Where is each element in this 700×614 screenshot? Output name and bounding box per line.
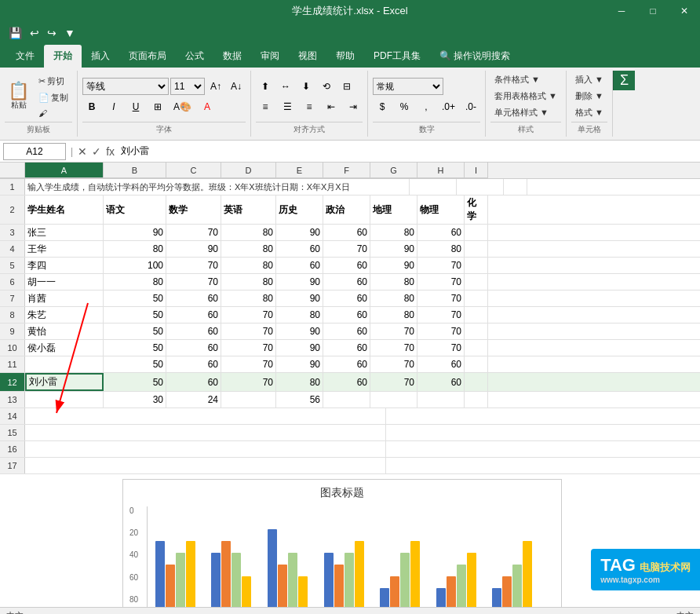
cell-H2[interactable]: 物理	[417, 196, 465, 224]
insert-cell-btn[interactable]: 插入 ▼	[571, 72, 607, 87]
align-middle-btn[interactable]: ↔	[276, 78, 295, 95]
cell-F3[interactable]: 60	[323, 225, 370, 240]
cell-C6[interactable]: 70	[166, 274, 221, 290]
comma-btn[interactable]: ,	[417, 98, 436, 115]
cell-reference-input[interactable]	[3, 143, 66, 160]
cell-A7[interactable]: 肖茜	[25, 291, 104, 306]
align-center-btn[interactable]: ☰	[278, 98, 297, 115]
cell-H13[interactable]	[417, 392, 465, 408]
sigma-button[interactable]: Σ	[613, 71, 635, 90]
cell-G3[interactable]: 80	[370, 225, 417, 240]
cell-G8[interactable]: 80	[370, 307, 417, 323]
tab-view[interactable]: 视图	[289, 45, 326, 68]
col-header-A[interactable]: A	[25, 163, 104, 178]
tab-formula[interactable]: 公式	[176, 45, 213, 68]
minimize-button[interactable]: ─	[606, 0, 637, 22]
cell-F9[interactable]: 60	[323, 323, 370, 339]
decrease-decimal-btn[interactable]: .0-	[461, 98, 480, 115]
italic-button[interactable]: I	[104, 98, 123, 115]
cell-I9[interactable]	[465, 323, 488, 339]
cell-F11[interactable]: 60	[323, 356, 370, 372]
cell-G10[interactable]: 70	[370, 340, 417, 356]
cell-E8[interactable]: 80	[276, 307, 323, 323]
cell-C7[interactable]: 60	[166, 291, 221, 306]
border-button[interactable]: ⊞	[148, 98, 167, 115]
cell-I1[interactable]	[504, 179, 527, 195]
cell-A8[interactable]: 朱艺	[25, 307, 104, 323]
cell-G6[interactable]: 80	[370, 274, 417, 290]
tab-help[interactable]: 帮助	[326, 45, 364, 68]
cell-F13[interactable]	[323, 392, 370, 408]
tab-pdf[interactable]: PDF工具集	[364, 45, 430, 68]
cell-A4[interactable]: 王华	[25, 241, 104, 257]
cell-F6[interactable]: 60	[323, 274, 370, 290]
cell-A1[interactable]: 输入学生成绩，自动统计学科的平均分等数据。班级：X年X班统计日期：X年X月X日	[25, 179, 410, 195]
cell-D4[interactable]: 80	[221, 241, 276, 257]
cell-F2[interactable]: 政治	[323, 196, 370, 224]
cell-A10[interactable]: 侯小磊	[25, 340, 104, 356]
cancel-formula-icon[interactable]: ✕	[78, 145, 87, 158]
currency-btn[interactable]: $	[373, 98, 392, 115]
cell-style-btn[interactable]: 单元格样式 ▼	[490, 105, 561, 120]
cell-E9[interactable]: 90	[276, 323, 323, 339]
cut-button[interactable]: ✂ 剪切	[35, 74, 72, 89]
cell-E13[interactable]: 56	[276, 392, 323, 408]
merge-btn[interactable]: ⊟	[337, 78, 356, 95]
cell-G2[interactable]: 地理	[370, 196, 417, 224]
bold-button[interactable]: B	[82, 98, 101, 115]
cell-C2[interactable]: 数学	[166, 196, 221, 224]
cell-E6[interactable]: 90	[276, 274, 323, 290]
cell-A13[interactable]	[25, 392, 104, 408]
table-style-btn[interactable]: 套用表格格式 ▼	[490, 89, 561, 104]
cell-F7[interactable]: 60	[323, 291, 370, 306]
font-family-select[interactable]: 等线	[82, 78, 169, 95]
close-button[interactable]: ✕	[669, 0, 700, 22]
tab-page-layout[interactable]: 页面布局	[119, 45, 176, 68]
chart[interactable]: 图表标题 120 100 80 60 40 20 0	[122, 479, 562, 607]
col-header-I[interactable]: I	[465, 163, 488, 178]
cell-G5[interactable]: 90	[370, 258, 417, 273]
redo-quick-btn[interactable]: ↪	[45, 25, 59, 41]
cell-G11[interactable]: 70	[370, 356, 417, 372]
cell-I11[interactable]	[465, 356, 488, 372]
align-right-btn[interactable]: ≡	[300, 98, 319, 115]
cell-F12[interactable]: 60	[323, 373, 370, 391]
cell-G12[interactable]: 70	[370, 373, 417, 391]
cell-B6[interactable]: 80	[104, 274, 166, 290]
cell-D6[interactable]: 80	[221, 274, 276, 290]
formula-input[interactable]	[118, 144, 697, 159]
cell-I12[interactable]	[465, 373, 488, 391]
col-header-C[interactable]: C	[166, 163, 221, 178]
cell-C12[interactable]: 60	[166, 373, 221, 391]
cell-C4[interactable]: 90	[166, 241, 221, 257]
confirm-formula-icon[interactable]: ✓	[92, 145, 101, 158]
cell-E7[interactable]: 90	[276, 291, 323, 306]
cell-C3[interactable]: 70	[166, 225, 221, 240]
increase-indent-btn[interactable]: ⇥	[344, 98, 363, 115]
cell-D9[interactable]: 70	[221, 323, 276, 339]
fill-color-button[interactable]: A🎨	[170, 98, 195, 115]
increase-font-btn[interactable]: A↑	[206, 78, 225, 95]
cell-F5[interactable]: 60	[323, 258, 370, 273]
cell-H6[interactable]: 70	[417, 274, 465, 290]
cell-G9[interactable]: 70	[370, 323, 417, 339]
cell-D7[interactable]: 80	[221, 291, 276, 306]
col-header-E[interactable]: E	[276, 163, 323, 178]
insert-function-icon[interactable]: fx	[106, 145, 115, 158]
cell-B8[interactable]: 50	[104, 307, 166, 323]
cell-I4[interactable]	[465, 241, 488, 257]
cell-B12[interactable]: 50	[104, 373, 166, 391]
cell-A5[interactable]: 李四	[25, 258, 104, 273]
percent-btn[interactable]: %	[395, 98, 414, 115]
cell-D10[interactable]: 70	[221, 340, 276, 356]
tab-search[interactable]: 🔍 操作说明搜索	[430, 45, 520, 68]
cell-B9[interactable]: 50	[104, 323, 166, 339]
format-cell-btn[interactable]: 格式 ▼	[571, 105, 607, 120]
align-top-btn[interactable]: ⬆	[256, 78, 275, 95]
cell-H9[interactable]: 70	[417, 323, 465, 339]
cell-F8[interactable]: 60	[323, 307, 370, 323]
underline-button[interactable]: U	[126, 98, 145, 115]
cell-D3[interactable]: 80	[221, 225, 276, 240]
cell-I3[interactable]	[465, 225, 488, 240]
cell-C10[interactable]: 60	[166, 340, 221, 356]
